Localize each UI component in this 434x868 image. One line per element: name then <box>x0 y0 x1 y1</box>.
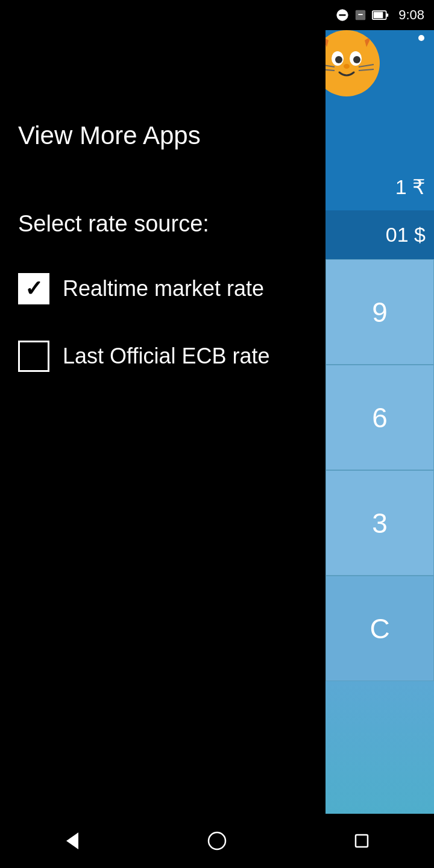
svg-point-22 <box>209 832 225 849</box>
ecb-label: Last Official ECB rate <box>63 344 269 369</box>
home-button[interactable] <box>193 823 241 859</box>
logo-svg <box>316 33 377 93</box>
numpad-clear-label: C <box>370 612 389 645</box>
back-button[interactable] <box>48 823 96 859</box>
numpad-3-label: 3 <box>372 507 388 539</box>
view-more-apps-link[interactable]: View More Apps <box>18 121 307 151</box>
svg-marker-21 <box>66 832 78 849</box>
status-icons: 9:08 <box>336 7 424 23</box>
ecb-checkbox[interactable] <box>18 341 49 372</box>
numpad-6-label: 6 <box>372 401 388 434</box>
svg-point-12 <box>344 64 350 69</box>
inr-display: 1 ₹ <box>326 163 434 211</box>
status-bar: 9:08 <box>0 0 434 30</box>
dot-3 <box>418 35 424 41</box>
nav-bar <box>0 814 434 868</box>
svg-rect-23 <box>356 835 368 847</box>
signal-icon <box>354 8 367 22</box>
back-icon <box>61 830 83 852</box>
select-rate-label: Select rate source: <box>18 211 307 237</box>
realtime-checkbox[interactable]: ✓ <box>18 273 49 304</box>
numpad-9-label: 9 <box>372 296 388 329</box>
ecb-rate-option[interactable]: Last Official ECB rate <box>18 341 307 372</box>
numpad-3[interactable]: 3 <box>326 470 434 576</box>
status-time: 9:08 <box>398 7 424 23</box>
svg-rect-6 <box>374 12 383 19</box>
svg-point-10 <box>335 56 342 63</box>
usd-display: 01 $ <box>326 211 434 259</box>
numpad-9[interactable]: 9 <box>326 259 434 365</box>
recents-button[interactable] <box>338 823 386 859</box>
left-panel: View More Apps Select rate source: ✓ Rea… <box>0 0 326 868</box>
numpad-clear[interactable]: C <box>326 576 434 681</box>
do-not-disturb-icon <box>336 8 349 22</box>
numpad: 9 6 3 C <box>326 259 434 681</box>
inr-value: 1 ₹ <box>395 175 426 199</box>
recents-icon <box>351 830 373 852</box>
right-panel: 1 ₹ 01 $ 9 6 3 C <box>326 0 434 868</box>
realtime-label: Realtime market rate <box>63 276 264 301</box>
usd-value: 01 $ <box>386 223 426 247</box>
svg-rect-5 <box>386 13 389 16</box>
checkmark-icon: ✓ <box>25 278 43 300</box>
battery-icon <box>372 8 389 22</box>
home-icon <box>206 830 228 852</box>
numpad-6[interactable]: 6 <box>326 365 434 470</box>
svg-point-11 <box>353 56 360 63</box>
realtime-rate-option[interactable]: ✓ Realtime market rate <box>18 273 307 304</box>
